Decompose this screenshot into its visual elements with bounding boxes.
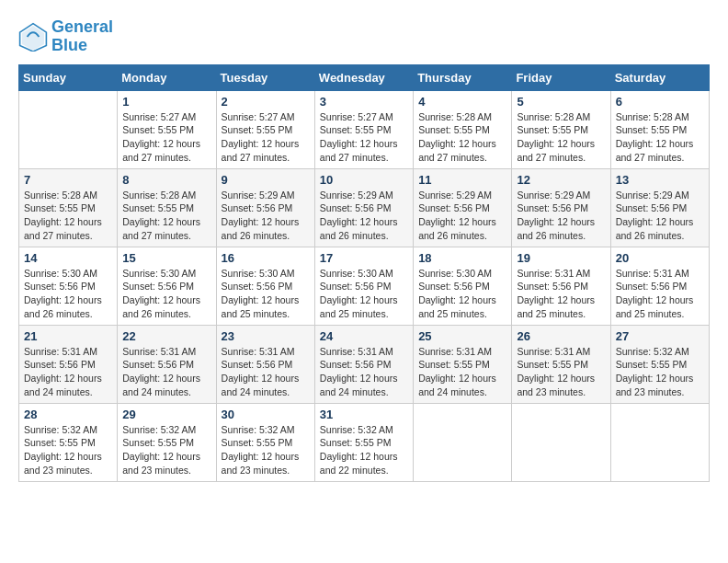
day-info: Sunrise: 5:27 AM Sunset: 5:55 PM Dayligh… (222, 110, 310, 165)
day-info: Sunrise: 5:28 AM Sunset: 5:55 PM Dayligh… (616, 110, 704, 165)
day-number: 28 (24, 408, 112, 421)
day-number: 16 (222, 251, 310, 265)
day-number: 19 (517, 251, 605, 265)
calendar-cell: 31Sunrise: 5:32 AM Sunset: 5:55 PM Dayli… (314, 403, 413, 481)
day-number: 15 (122, 251, 210, 265)
weekday-header-monday: Monday (118, 64, 216, 90)
day-number: 7 (24, 173, 112, 187)
day-info: Sunrise: 5:30 AM Sunset: 5:56 PM Dayligh… (320, 267, 408, 321)
calendar-cell: 16Sunrise: 5:30 AM Sunset: 5:56 PM Dayli… (216, 247, 314, 325)
calendar-cell: 22Sunrise: 5:31 AM Sunset: 5:56 PM Dayli… (118, 325, 216, 403)
day-number: 22 (122, 329, 210, 343)
calendar-cell: 2Sunrise: 5:27 AM Sunset: 5:55 PM Daylig… (216, 90, 314, 168)
calendar-cell (610, 403, 709, 481)
day-info: Sunrise: 5:32 AM Sunset: 5:55 PM Dayligh… (24, 423, 112, 477)
calendar-cell: 8Sunrise: 5:28 AM Sunset: 5:55 PM Daylig… (118, 168, 216, 247)
calendar-cell: 11Sunrise: 5:29 AM Sunset: 5:56 PM Dayli… (414, 168, 512, 247)
day-number: 13 (616, 173, 704, 187)
day-info: Sunrise: 5:31 AM Sunset: 5:55 PM Dayligh… (517, 345, 605, 399)
day-info: Sunrise: 5:31 AM Sunset: 5:55 PM Dayligh… (418, 345, 506, 399)
header: General Blue (18, 18, 710, 55)
day-info: Sunrise: 5:31 AM Sunset: 5:56 PM Dayligh… (24, 345, 112, 399)
logo-text: General Blue (51, 18, 113, 55)
calendar-cell: 7Sunrise: 5:28 AM Sunset: 5:55 PM Daylig… (19, 168, 118, 247)
calendar-cell: 29Sunrise: 5:32 AM Sunset: 5:55 PM Dayli… (118, 403, 216, 481)
calendar-cell: 21Sunrise: 5:31 AM Sunset: 5:56 PM Dayli… (19, 325, 118, 403)
logo: General Blue (18, 18, 113, 55)
day-info: Sunrise: 5:32 AM Sunset: 5:55 PM Dayligh… (616, 345, 704, 399)
day-info: Sunrise: 5:29 AM Sunset: 5:56 PM Dayligh… (320, 189, 408, 243)
day-number: 21 (24, 329, 112, 343)
calendar-cell: 20Sunrise: 5:31 AM Sunset: 5:56 PM Dayli… (610, 247, 709, 325)
day-info: Sunrise: 5:28 AM Sunset: 5:55 PM Dayligh… (24, 189, 112, 243)
day-number: 9 (222, 173, 310, 187)
day-info: Sunrise: 5:31 AM Sunset: 5:56 PM Dayligh… (320, 345, 408, 399)
day-number: 10 (320, 173, 408, 187)
day-info: Sunrise: 5:28 AM Sunset: 5:55 PM Dayligh… (122, 189, 210, 243)
day-number: 27 (616, 329, 704, 343)
day-number: 14 (24, 251, 112, 265)
calendar-cell: 10Sunrise: 5:29 AM Sunset: 5:56 PM Dayli… (314, 168, 413, 247)
day-number: 23 (222, 329, 310, 343)
day-info: Sunrise: 5:30 AM Sunset: 5:56 PM Dayligh… (222, 267, 310, 321)
day-info: Sunrise: 5:29 AM Sunset: 5:56 PM Dayligh… (517, 189, 605, 243)
calendar-cell (19, 90, 118, 168)
day-number: 8 (122, 173, 210, 187)
calendar-cell: 6Sunrise: 5:28 AM Sunset: 5:55 PM Daylig… (610, 90, 709, 168)
day-number: 25 (418, 329, 506, 343)
weekday-header-sunday: Sunday (19, 64, 118, 90)
day-info: Sunrise: 5:28 AM Sunset: 5:55 PM Dayligh… (418, 110, 506, 165)
day-number: 3 (320, 95, 408, 109)
calendar-cell: 1Sunrise: 5:27 AM Sunset: 5:55 PM Daylig… (118, 90, 216, 168)
calendar-cell: 13Sunrise: 5:29 AM Sunset: 5:56 PM Dayli… (610, 168, 709, 247)
calendar-cell: 19Sunrise: 5:31 AM Sunset: 5:56 PM Dayli… (512, 247, 610, 325)
calendar-cell (512, 403, 610, 481)
day-info: Sunrise: 5:27 AM Sunset: 5:55 PM Dayligh… (320, 110, 408, 165)
calendar-cell: 15Sunrise: 5:30 AM Sunset: 5:56 PM Dayli… (118, 247, 216, 325)
calendar-cell: 5Sunrise: 5:28 AM Sunset: 5:55 PM Daylig… (512, 90, 610, 168)
week-row-3: 14Sunrise: 5:30 AM Sunset: 5:56 PM Dayli… (19, 247, 710, 325)
calendar-cell: 12Sunrise: 5:29 AM Sunset: 5:56 PM Dayli… (512, 168, 610, 247)
day-number: 4 (418, 95, 506, 109)
day-info: Sunrise: 5:32 AM Sunset: 5:55 PM Dayligh… (320, 423, 408, 477)
calendar-cell: 25Sunrise: 5:31 AM Sunset: 5:55 PM Dayli… (414, 325, 512, 403)
day-info: Sunrise: 5:29 AM Sunset: 5:56 PM Dayligh… (418, 189, 506, 243)
day-number: 11 (418, 173, 506, 187)
day-info: Sunrise: 5:30 AM Sunset: 5:56 PM Dayligh… (122, 267, 210, 321)
calendar-cell: 9Sunrise: 5:29 AM Sunset: 5:56 PM Daylig… (216, 168, 314, 247)
day-info: Sunrise: 5:31 AM Sunset: 5:56 PM Dayligh… (222, 345, 310, 399)
day-info: Sunrise: 5:28 AM Sunset: 5:55 PM Dayligh… (517, 110, 605, 165)
calendar-cell: 24Sunrise: 5:31 AM Sunset: 5:56 PM Dayli… (314, 325, 413, 403)
weekday-header-friday: Friday (512, 64, 610, 90)
weekday-header-row: SundayMondayTuesdayWednesdayThursdayFrid… (19, 64, 710, 90)
calendar-cell (414, 403, 512, 481)
day-number: 26 (517, 329, 605, 343)
calendar-cell: 30Sunrise: 5:32 AM Sunset: 5:55 PM Dayli… (216, 403, 314, 481)
day-number: 24 (320, 329, 408, 343)
day-info: Sunrise: 5:31 AM Sunset: 5:56 PM Dayligh… (122, 345, 210, 399)
calendar-cell: 18Sunrise: 5:30 AM Sunset: 5:56 PM Dayli… (414, 247, 512, 325)
day-number: 1 (122, 95, 210, 109)
day-number: 12 (517, 173, 605, 187)
logo-icon (18, 22, 48, 52)
day-info: Sunrise: 5:29 AM Sunset: 5:56 PM Dayligh… (616, 189, 704, 243)
weekday-header-saturday: Saturday (610, 64, 709, 90)
calendar-cell: 3Sunrise: 5:27 AM Sunset: 5:55 PM Daylig… (314, 90, 413, 168)
week-row-2: 7Sunrise: 5:28 AM Sunset: 5:55 PM Daylig… (19, 168, 710, 247)
day-info: Sunrise: 5:29 AM Sunset: 5:56 PM Dayligh… (222, 189, 310, 243)
day-number: 29 (122, 408, 210, 421)
calendar-cell: 26Sunrise: 5:31 AM Sunset: 5:55 PM Dayli… (512, 325, 610, 403)
calendar-cell: 17Sunrise: 5:30 AM Sunset: 5:56 PM Dayli… (314, 247, 413, 325)
calendar-cell: 4Sunrise: 5:28 AM Sunset: 5:55 PM Daylig… (414, 90, 512, 168)
day-info: Sunrise: 5:27 AM Sunset: 5:55 PM Dayligh… (122, 110, 210, 165)
day-info: Sunrise: 5:30 AM Sunset: 5:56 PM Dayligh… (24, 267, 112, 321)
day-number: 2 (222, 95, 310, 109)
calendar-cell: 27Sunrise: 5:32 AM Sunset: 5:55 PM Dayli… (610, 325, 709, 403)
day-number: 18 (418, 251, 506, 265)
calendar-cell: 23Sunrise: 5:31 AM Sunset: 5:56 PM Dayli… (216, 325, 314, 403)
day-number: 30 (222, 408, 310, 421)
calendar-cell: 28Sunrise: 5:32 AM Sunset: 5:55 PM Dayli… (19, 403, 118, 481)
calendar-cell: 14Sunrise: 5:30 AM Sunset: 5:56 PM Dayli… (19, 247, 118, 325)
week-row-1: 1Sunrise: 5:27 AM Sunset: 5:55 PM Daylig… (19, 90, 710, 168)
weekday-header-thursday: Thursday (414, 64, 512, 90)
